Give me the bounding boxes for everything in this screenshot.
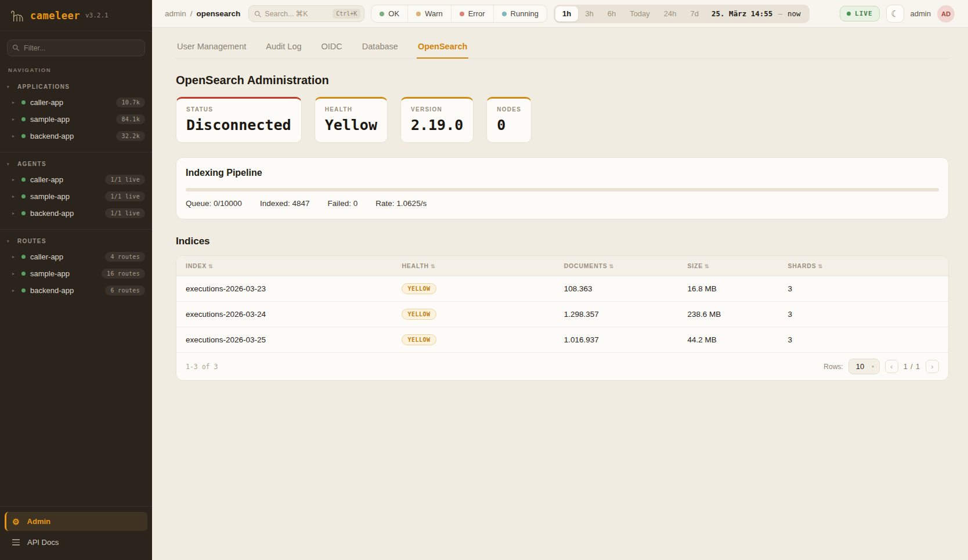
sidebar-item-admin[interactable]: ⚙ Admin <box>5 512 147 531</box>
time-range-6h[interactable]: 6h <box>601 6 623 21</box>
cell-index: executions-2026-03-24 <box>176 302 392 327</box>
prev-page-button[interactable]: ‹ <box>885 360 898 373</box>
date-range-from: 25. März 14:55 <box>711 9 772 18</box>
gear-icon: ⚙ <box>12 518 20 526</box>
sidebar-item-app-sample[interactable]: ▸ sample-app 84.1k <box>0 111 152 128</box>
theme-toggle-button[interactable]: ☾ <box>886 5 904 23</box>
table-row[interactable]: executions-2026-03-23 YELLOW 108.363 16.… <box>176 276 948 302</box>
sidebar-section-applications[interactable]: ▾ APPLICATIONS <box>0 79 152 94</box>
search-input[interactable] <box>265 10 329 18</box>
moon-icon: ☾ <box>891 9 898 19</box>
sidebar-section-routes[interactable]: ▾ ROUTES <box>0 233 152 248</box>
item-label: caller-app <box>30 175 63 184</box>
navigation-label: NAVIGATION <box>0 56 152 75</box>
col-header-health[interactable]: HEALTH⇅ <box>392 256 554 276</box>
time-range-1h[interactable]: 1h <box>555 6 578 21</box>
cell-health: YELLOW <box>392 302 554 327</box>
chevron-right-icon: ▸ <box>12 177 17 182</box>
rows-per-page-select[interactable]: 10 ▾ <box>848 359 880 374</box>
indices-table-card: INDEX⇅ HEALTH⇅ DOCUMENTS⇅ SIZE⇅ SHARDS⇅ … <box>176 255 949 381</box>
col-header-index[interactable]: INDEX⇅ <box>176 256 392 276</box>
list-icon <box>12 539 20 545</box>
sidebar-footer: ⚙ Admin API Docs <box>0 506 152 560</box>
camel-logo-icon <box>9 8 25 23</box>
time-range-3h[interactable]: 3h <box>578 6 600 21</box>
tab-user-management[interactable]: User Management <box>176 38 247 58</box>
time-range-7d[interactable]: 7d <box>684 6 706 21</box>
live-badge[interactable]: LIVE <box>840 6 880 21</box>
status-dot <box>21 117 26 121</box>
table-row[interactable]: executions-2026-03-25 YELLOW 1.016.937 4… <box>176 327 948 353</box>
sidebar-item-app-backend[interactable]: ▸ backend-app 32.2k <box>0 128 152 144</box>
main-area: admin / opensearch Ctrl+K OK Warn Err <box>152 0 968 560</box>
time-range-24h[interactable]: 24h <box>657 6 684 21</box>
cell-index: executions-2026-03-23 <box>176 276 392 302</box>
col-header-shards[interactable]: SHARDS⇅ <box>778 256 948 276</box>
app-name: cameleer <box>30 10 80 21</box>
date-range-to: now <box>788 9 801 18</box>
status-dot <box>21 100 26 104</box>
sidebar-section-agents[interactable]: ▾ AGENTS <box>0 156 152 171</box>
chip-label: Running <box>511 9 539 18</box>
caret-down-icon: ▾ <box>7 162 10 167</box>
global-search[interactable]: Ctrl+K <box>248 5 364 22</box>
sidebar-item-agent-sample[interactable]: ▸ sample-app 1/1 live <box>0 188 152 205</box>
pipeline-stat-indexed: Indexed: 4847 <box>260 199 310 208</box>
sidebar-item-agent-caller[interactable]: ▸ caller-app 1/1 live <box>0 171 152 188</box>
next-page-button[interactable]: › <box>926 360 939 373</box>
status-dot <box>21 194 26 198</box>
item-label: backend-app <box>30 132 74 140</box>
routes-badge: 4 routes <box>105 252 145 262</box>
count-badge: 32.2k <box>116 131 145 141</box>
section-label: ROUTES <box>17 238 46 244</box>
running-dot-icon <box>502 12 507 16</box>
pipeline-stat-rate: Rate: 1.0625/s <box>375 199 427 208</box>
item-label: caller-app <box>30 252 63 261</box>
filter-chip-warn[interactable]: Warn <box>407 5 451 22</box>
tab-database[interactable]: Database <box>361 38 399 58</box>
item-label: sample-app <box>30 269 70 278</box>
sidebar-item-routes-sample[interactable]: ▸ sample-app 16 routes <box>0 265 152 282</box>
breadcrumb-separator: / <box>190 9 193 18</box>
breadcrumb-parent[interactable]: admin <box>165 9 186 18</box>
sidebar-section: ▾ ROUTES ▸ caller-app 4 routes ▸ sample-… <box>0 229 152 306</box>
status-dot <box>21 255 26 259</box>
chevron-right-icon: ▸ <box>12 271 17 276</box>
cell-shards: 3 <box>778 302 948 327</box>
cell-documents: 108.363 <box>555 276 678 302</box>
rows-per-page-value: 10 <box>856 362 864 371</box>
page-title: OpenSearch Administration <box>176 74 949 87</box>
chevron-right-icon: ▸ <box>12 100 17 105</box>
cell-shards: 3 <box>778 276 948 302</box>
status-filter-group: OK Warn Error Running <box>371 5 547 23</box>
cell-documents: 1.298.357 <box>555 302 678 327</box>
item-label: Admin <box>27 517 50 526</box>
table-row[interactable]: executions-2026-03-24 YELLOW 1.298.357 2… <box>176 302 948 327</box>
sidebar-item-agent-backend[interactable]: ▸ backend-app 1/1 live <box>0 205 152 222</box>
sidebar-item-app-caller[interactable]: ▸ caller-app 10.7k <box>0 94 152 111</box>
sort-icon: ⇅ <box>431 263 435 269</box>
error-dot-icon <box>460 12 464 16</box>
sidebar-item-routes-caller[interactable]: ▸ caller-app 4 routes <box>0 248 152 265</box>
pipeline-stat-queue: Queue: 0/10000 <box>186 199 242 208</box>
sidebar-item-api-docs[interactable]: API Docs <box>5 533 147 552</box>
tab-oidc[interactable]: OIDC <box>320 38 344 58</box>
sidebar-item-routes-backend[interactable]: ▸ backend-app 6 routes <box>0 282 152 299</box>
date-range-display[interactable]: 25. März 14:55 — now <box>706 9 808 18</box>
search-shortcut-kbd: Ctrl+K <box>333 9 360 19</box>
ok-dot-icon <box>380 12 384 16</box>
count-badge: 10.7k <box>116 97 145 107</box>
app-logo[interactable]: cameleer v3.2.1 <box>0 0 152 31</box>
time-range-today[interactable]: Today <box>623 6 657 21</box>
filter-chip-ok[interactable]: OK <box>371 5 407 22</box>
app-version: v3.2.1 <box>85 12 109 19</box>
col-header-documents[interactable]: DOCUMENTS⇅ <box>555 256 678 276</box>
stat-value: Disconnected <box>186 117 291 133</box>
col-header-size[interactable]: SIZE⇅ <box>678 256 778 276</box>
filter-chip-error[interactable]: Error <box>451 5 493 22</box>
tab-opensearch[interactable]: OpenSearch <box>417 38 468 59</box>
sidebar-filter-input[interactable] <box>7 39 145 56</box>
tab-audit-log[interactable]: Audit Log <box>265 38 302 58</box>
filter-chip-running[interactable]: Running <box>493 5 547 22</box>
avatar[interactable]: AD <box>937 5 955 23</box>
